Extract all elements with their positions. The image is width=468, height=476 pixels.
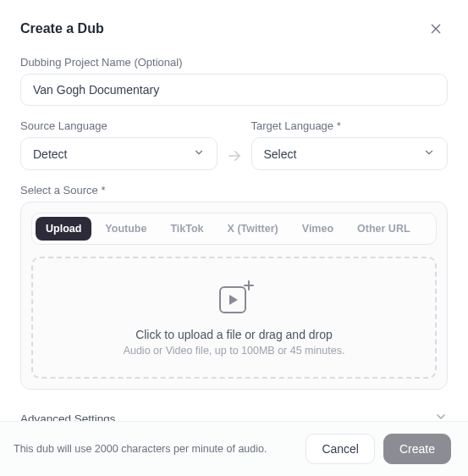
tab-x-twitter[interactable]: X (Twitter)	[217, 217, 289, 241]
footer-note: This dub will use 2000 characters per mi…	[14, 443, 267, 455]
upload-dropzone[interactable]: Click to upload a file or drag and drop …	[31, 257, 437, 379]
source-language-select[interactable]: Detect	[20, 137, 217, 170]
source-language-value: Detect	[33, 147, 67, 161]
language-arrow	[217, 119, 251, 170]
tab-upload[interactable]: Upload	[36, 217, 91, 241]
tab-vimeo[interactable]: Vimeo	[292, 217, 344, 241]
source-panel: Upload Youtube TikTok X (Twitter) Vimeo …	[20, 202, 448, 390]
create-button[interactable]: Create	[383, 434, 451, 464]
project-name-label: Dubbing Project Name (Optional)	[20, 56, 448, 69]
modal-content: Create a Dub Dubbing Project Name (Optio…	[0, 0, 468, 434]
target-language-value: Select	[264, 147, 297, 161]
project-name-group: Dubbing Project Name (Optional)	[20, 56, 448, 106]
modal-footer: This dub will use 2000 characters per mi…	[0, 421, 468, 476]
chevron-down-icon	[193, 147, 205, 161]
target-language-select[interactable]: Select	[251, 137, 449, 170]
arrow-right-icon	[227, 148, 242, 163]
tab-tiktok[interactable]: TikTok	[160, 217, 213, 241]
project-name-input[interactable]	[20, 74, 448, 106]
select-source-label: Select a Source *	[20, 184, 448, 196]
upload-media-icon	[41, 280, 427, 316]
close-button[interactable]	[424, 17, 448, 41]
dropzone-title: Click to upload a file or drag and drop	[41, 328, 427, 341]
tab-other-url[interactable]: Other URL	[347, 217, 421, 241]
create-dub-modal: Create a Dub Dubbing Project Name (Optio…	[0, 0, 468, 434]
cancel-button[interactable]: Cancel	[306, 434, 375, 464]
modal-header: Create a Dub	[20, 17, 448, 41]
close-icon	[429, 22, 443, 36]
source-language-group: Source Language Detect	[20, 119, 217, 170]
chevron-down-icon	[423, 147, 435, 161]
language-row: Source Language Detect Target Language *…	[20, 119, 448, 170]
source-group: Select a Source * Upload Youtube TikTok …	[20, 184, 448, 390]
footer-actions: Cancel Create	[306, 434, 451, 464]
target-language-group: Target Language * Select	[251, 119, 449, 170]
source-language-label: Source Language	[20, 119, 217, 132]
tab-youtube[interactable]: Youtube	[95, 217, 157, 241]
svg-marker-4	[229, 295, 238, 305]
source-tabs: Upload Youtube TikTok X (Twitter) Vimeo …	[31, 213, 437, 245]
dropzone-subtitle: Audio or Video file, up to 100MB or 45 m…	[41, 345, 427, 357]
target-language-label: Target Language *	[251, 119, 449, 132]
modal-title: Create a Dub	[20, 21, 104, 36]
